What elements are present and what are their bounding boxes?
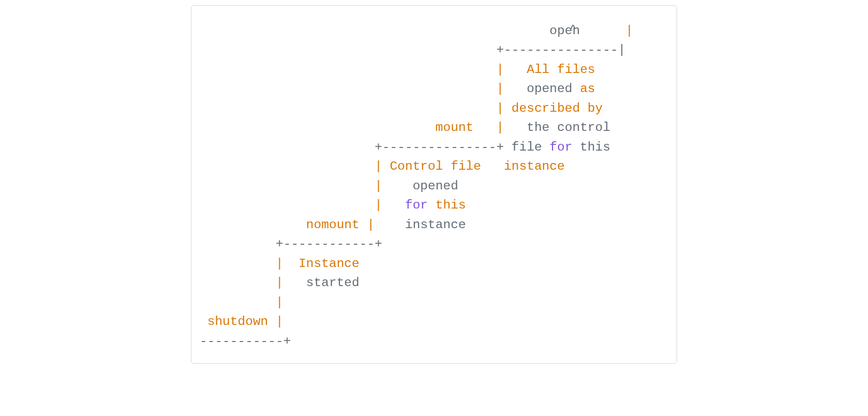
code-token: +---------------| bbox=[200, 43, 625, 57]
code-token: mount bbox=[436, 121, 474, 135]
code-token: +------------+ bbox=[200, 237, 382, 251]
code-token bbox=[200, 159, 375, 173]
code-token: as bbox=[580, 82, 595, 96]
code-token bbox=[200, 218, 306, 232]
code-token: the control bbox=[504, 121, 610, 135]
code-token: | bbox=[496, 121, 504, 135]
code-token bbox=[200, 82, 496, 96]
code-token: started bbox=[283, 276, 360, 290]
code-token: | bbox=[496, 82, 504, 96]
code-token bbox=[200, 315, 207, 329]
code-token bbox=[200, 295, 276, 309]
code-token: | bbox=[580, 24, 633, 38]
code-token: | All files bbox=[496, 63, 595, 77]
code-token bbox=[200, 179, 375, 193]
code-token: opened bbox=[382, 179, 458, 193]
code-token bbox=[268, 315, 276, 329]
code-token: | bbox=[375, 198, 382, 212]
code-token bbox=[200, 121, 436, 135]
code-token: +---------------+ file bbox=[200, 140, 549, 154]
code-token: | bbox=[276, 295, 283, 309]
code-token bbox=[428, 198, 436, 212]
code-token bbox=[200, 63, 496, 77]
code-token: for bbox=[405, 198, 428, 212]
code-token: nomount | bbox=[306, 218, 375, 232]
code-token bbox=[200, 101, 496, 115]
code-token: for bbox=[549, 140, 572, 154]
code-token: | bbox=[276, 276, 283, 290]
code-token bbox=[200, 24, 549, 38]
code-token bbox=[200, 276, 276, 290]
code-token: opened bbox=[504, 82, 580, 96]
code-block: ^ open | +---------------| | All files bbox=[191, 5, 677, 364]
code-token: this bbox=[436, 198, 466, 212]
code-token: -----------+ bbox=[200, 334, 291, 348]
code-token: instance bbox=[375, 218, 466, 232]
code-token bbox=[200, 198, 375, 212]
code-token: this bbox=[572, 140, 610, 154]
code-token: | bbox=[375, 179, 382, 193]
code-token: | Instance bbox=[276, 257, 360, 271]
code-token: | bbox=[276, 315, 283, 329]
code-token bbox=[382, 198, 405, 212]
code-token: shutdown bbox=[207, 315, 268, 329]
code-token: | described by bbox=[496, 101, 603, 115]
code-content: open | +---------------| | All files | o… bbox=[191, 6, 677, 363]
code-token: | Control file instance bbox=[375, 159, 565, 173]
code-token bbox=[200, 257, 276, 271]
caret-icon: ^ bbox=[570, 24, 576, 33]
code-token bbox=[473, 121, 496, 135]
